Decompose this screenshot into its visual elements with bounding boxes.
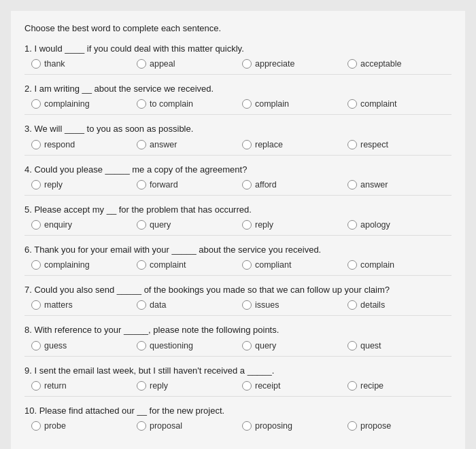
divider-6 (24, 275, 452, 276)
divider-2 (24, 114, 452, 115)
option-10-4[interactable]: propose (347, 421, 453, 431)
radio-circle-7-3[interactable] (242, 300, 252, 310)
radio-circle-7-4[interactable] (347, 300, 357, 310)
question-block-5: 5. Please accept my __ for the problem t… (24, 204, 452, 236)
option-6-4[interactable]: complain (347, 260, 453, 270)
option-10-3[interactable]: proposing (242, 421, 347, 431)
questions-container: 1. I would ____ if you could deal with t… (24, 43, 452, 431)
option-3-1[interactable]: respond (31, 140, 137, 149)
option-9-3[interactable]: receipt (242, 381, 347, 391)
radio-circle-8-1[interactable] (31, 341, 41, 351)
option-8-1[interactable]: guess (31, 341, 137, 351)
radio-circle-10-4[interactable] (347, 421, 357, 431)
option-2-1[interactable]: complaining (31, 99, 137, 109)
question-text-6: 6. Thank you for your email with your __… (24, 244, 452, 256)
option-4-3[interactable]: afford (242, 180, 347, 190)
radio-circle-7-2[interactable] (137, 300, 146, 310)
option-10-1[interactable]: probe (31, 421, 137, 431)
radio-circle-3-1[interactable] (31, 140, 41, 149)
option-3-2[interactable]: answer (137, 140, 242, 149)
radio-circle-1-4[interactable] (347, 59, 357, 69)
option-10-2[interactable]: proposal (137, 421, 242, 431)
radio-circle-2-4[interactable] (347, 99, 357, 109)
options-row-7: mattersdataissuesdetails (24, 300, 452, 310)
radio-circle-8-2[interactable] (137, 341, 146, 351)
option-label-4-1: reply (44, 180, 63, 190)
radio-circle-2-1[interactable] (31, 99, 41, 109)
option-9-1[interactable]: return (31, 381, 137, 391)
option-8-3[interactable]: query (242, 341, 347, 351)
radio-circle-9-2[interactable] (137, 381, 146, 391)
radio-circle-5-2[interactable] (137, 220, 146, 230)
radio-circle-8-4[interactable] (347, 341, 357, 351)
option-label-10-4: propose (360, 421, 391, 431)
radio-circle-4-2[interactable] (137, 180, 146, 190)
radio-circle-3-2[interactable] (137, 140, 146, 149)
radio-circle-10-3[interactable] (242, 421, 252, 431)
option-2-3[interactable]: complain (242, 99, 347, 109)
option-7-2[interactable]: data (137, 300, 242, 310)
option-3-4[interactable]: respect (347, 140, 453, 149)
option-8-2[interactable]: questioning (137, 341, 242, 351)
radio-circle-4-4[interactable] (347, 180, 357, 190)
option-6-3[interactable]: compliant (242, 260, 347, 270)
question-text-3: 3. We will ____ to you as soon as possib… (24, 123, 452, 135)
option-2-2[interactable]: to complain (137, 99, 242, 109)
radio-circle-6-3[interactable] (242, 260, 252, 270)
option-9-2[interactable]: reply (137, 381, 242, 391)
option-label-4-4: answer (360, 180, 388, 190)
radio-circle-6-1[interactable] (31, 260, 41, 270)
question-block-10: 10. Please find attached our __ for the … (24, 405, 452, 431)
option-2-4[interactable]: complaint (347, 99, 453, 109)
option-label-9-2: reply (150, 381, 168, 391)
option-label-5-2: query (150, 220, 171, 230)
option-5-3[interactable]: reply (242, 220, 347, 230)
option-4-2[interactable]: forward (137, 180, 242, 190)
option-7-3[interactable]: issues (242, 300, 347, 310)
option-5-2[interactable]: query (137, 220, 242, 230)
radio-circle-3-4[interactable] (347, 140, 357, 149)
option-1-2[interactable]: appeal (137, 59, 242, 69)
option-4-1[interactable]: reply (31, 180, 137, 190)
radio-circle-1-2[interactable] (137, 59, 146, 69)
option-6-1[interactable]: complaining (31, 260, 137, 270)
question-text-5: 5. Please accept my __ for the problem t… (24, 204, 452, 216)
radio-circle-2-3[interactable] (242, 99, 252, 109)
option-9-4[interactable]: recipe (347, 381, 453, 391)
option-7-4[interactable]: details (347, 300, 453, 310)
radio-circle-2-2[interactable] (137, 99, 146, 109)
radio-circle-10-2[interactable] (137, 421, 146, 431)
option-label-2-2: to complain (150, 99, 193, 109)
radio-circle-4-3[interactable] (242, 180, 252, 190)
option-4-4[interactable]: answer (347, 180, 453, 190)
radio-circle-9-1[interactable] (31, 381, 41, 391)
radio-circle-5-1[interactable] (31, 220, 41, 230)
option-1-3[interactable]: appreciate (242, 59, 347, 69)
option-label-4-3: afford (255, 180, 277, 190)
radio-circle-8-3[interactable] (242, 341, 252, 351)
radio-circle-5-3[interactable] (242, 220, 252, 230)
radio-circle-9-3[interactable] (242, 381, 252, 391)
option-3-3[interactable]: replace (242, 140, 347, 149)
radio-circle-1-3[interactable] (242, 59, 252, 69)
option-5-1[interactable]: enquiry (31, 220, 137, 230)
main-container: Choose the best word to complete each se… (11, 11, 465, 449)
option-5-4[interactable]: apology (347, 220, 453, 230)
option-1-4[interactable]: acceptable (347, 59, 453, 69)
option-8-4[interactable]: quest (347, 341, 453, 351)
radio-circle-1-1[interactable] (31, 59, 41, 69)
option-7-1[interactable]: matters (31, 300, 137, 310)
option-6-2[interactable]: complaint (137, 260, 242, 270)
option-label-3-3: replace (255, 140, 283, 149)
radio-circle-6-2[interactable] (137, 260, 146, 270)
radio-circle-4-1[interactable] (31, 180, 41, 190)
radio-circle-9-4[interactable] (347, 381, 357, 391)
radio-circle-6-4[interactable] (347, 260, 357, 270)
radio-circle-3-3[interactable] (242, 140, 252, 149)
radio-circle-7-1[interactable] (31, 300, 41, 310)
radio-circle-5-4[interactable] (347, 220, 357, 230)
option-label-7-4: details (360, 300, 385, 310)
option-1-1[interactable]: thank (31, 59, 137, 69)
radio-circle-10-1[interactable] (31, 421, 41, 431)
question-text-10: 10. Please find attached our __ for the … (24, 405, 452, 417)
